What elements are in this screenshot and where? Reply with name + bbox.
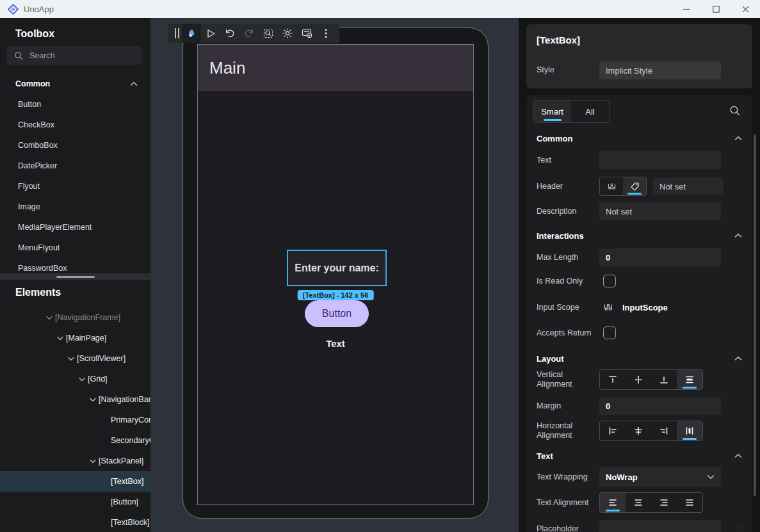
property-label: Horizontal Alignment: [537, 421, 599, 440]
chevron-up-icon[interactable]: [734, 356, 742, 361]
tree-item-navigationframe[interactable]: [NavigationFrame]: [0, 307, 150, 328]
toolbox-item-image[interactable]: Image: [0, 197, 150, 217]
max-length-field[interactable]: 0: [599, 248, 721, 266]
text-align-right-button[interactable]: [651, 493, 677, 512]
toolbox-item-flyout[interactable]: Flyout: [0, 176, 150, 197]
canvas-textblock[interactable]: Text: [198, 338, 473, 349]
valign-center-button[interactable]: [626, 370, 651, 389]
margin-field[interactable]: 0: [599, 397, 721, 415]
property-row-horizontal-alignment: Horizontal Alignment: [526, 420, 752, 442]
literal-value-tag-icon[interactable]: [623, 177, 646, 195]
play-icon[interactable]: [201, 24, 220, 43]
chevron-down-icon[interactable]: [87, 459, 99, 463]
section-interactions[interactable]: Interactions: [526, 229, 752, 242]
tab-smart[interactable]: Smart: [533, 101, 571, 122]
property-label: Input Scope: [537, 303, 599, 312]
text-value-field[interactable]: [599, 151, 721, 169]
properties-scrollbar[interactable]: [754, 134, 756, 496]
search-input[interactable]: [29, 51, 125, 60]
redo-icon[interactable]: [239, 24, 259, 43]
splitter-handle[interactable]: [56, 276, 95, 278]
is-read-only-checkbox[interactable]: [603, 275, 616, 287]
accepts-return-checkbox[interactable]: [603, 326, 616, 339]
valign-bottom-button[interactable]: [651, 370, 677, 389]
halign-left-button[interactable]: [600, 421, 626, 440]
hot-design-flame-icon[interactable]: [182, 24, 201, 43]
halign-right-button[interactable]: [651, 421, 677, 440]
tree-label: [MainPage]: [66, 334, 106, 343]
minimize-button[interactable]: [672, 0, 701, 18]
property-row-header: Header Not set: [526, 177, 752, 196]
chevron-up-icon[interactable]: [734, 233, 742, 238]
placeholder-field[interactable]: [599, 520, 721, 532]
device-frame: Main Enter your name: [TextBox] - 142 x …: [182, 28, 489, 519]
header-value-field[interactable]: Not set: [653, 177, 724, 195]
tree-item-secondarycommands[interactable]: SecondaryCommands: [0, 430, 150, 451]
theme-sun-icon[interactable]: [278, 24, 297, 43]
close-button[interactable]: [731, 0, 760, 18]
tree-item-button[interactable]: [Button]: [0, 492, 150, 512]
tree-label: [TextBlock]: [111, 518, 149, 527]
chevron-down-icon[interactable]: [87, 398, 99, 402]
style-value-field[interactable]: Implicit Style: [599, 61, 721, 79]
section-title: Interactions: [537, 231, 734, 241]
chevron-down-icon[interactable]: [54, 336, 66, 341]
tree-item-primarycommands[interactable]: PrimaryCommands: [0, 410, 150, 430]
property-row-vertical-alignment: Vertical Alignment: [526, 369, 752, 391]
text-wrapping-dropdown[interactable]: NoWrap: [599, 467, 721, 487]
text-align-left-button[interactable]: [600, 493, 626, 512]
valign-top-button[interactable]: [600, 370, 626, 389]
chevron-down-icon[interactable]: [44, 316, 55, 320]
form-factor-icon[interactable]: [297, 24, 316, 43]
section-text[interactable]: Text: [526, 449, 752, 462]
maximize-button[interactable]: [701, 0, 731, 18]
chevron-up-icon: [130, 81, 138, 86]
toolbox-section-common[interactable]: Common: [0, 77, 150, 91]
toolbox-item-combobox[interactable]: ComboBox: [0, 135, 150, 156]
text-align-justify-button[interactable]: [677, 493, 702, 512]
panel-splitter[interactable]: [0, 273, 150, 280]
toolbar-drag-handle-icon[interactable]: [172, 24, 182, 43]
more-options-kebab-icon[interactable]: [316, 24, 336, 43]
item-label: ComboBox: [18, 141, 58, 150]
chevron-up-icon[interactable]: [734, 453, 742, 458]
halign-stretch-button[interactable]: [677, 421, 702, 440]
device-screen[interactable]: Main Enter your name: [TextBox] - 142 x …: [197, 44, 474, 505]
property-label: Header: [537, 182, 599, 191]
canvas-button[interactable]: Button: [305, 300, 369, 327]
tree-item-navigationbar[interactable]: [NavigationBar]: [0, 389, 150, 410]
valign-stretch-button[interactable]: [677, 370, 702, 389]
chevron-down-icon[interactable]: [65, 357, 77, 361]
tree-item-textbox[interactable]: [TextBox]: [0, 471, 150, 492]
section-layout[interactable]: Layout: [526, 352, 752, 365]
zoom-select-icon[interactable]: [259, 24, 278, 43]
tree-label: [Button]: [111, 497, 138, 506]
properties-panel: [TextBox] Style Implicit Style Smart All…: [519, 18, 760, 532]
halign-center-button[interactable]: [626, 421, 651, 440]
tree-item-grid[interactable]: [Grid]: [0, 369, 150, 389]
tab-all[interactable]: All: [571, 101, 609, 122]
description-value-field[interactable]: Not set: [599, 202, 721, 220]
section-common[interactable]: Common: [526, 132, 752, 145]
tree-label: PrimaryCommands: [111, 415, 150, 424]
tree-item-scrollviewer[interactable]: [ScrollViewer]: [0, 348, 150, 369]
toolbox-item-menuflyout[interactable]: MenuFlyout: [0, 238, 150, 258]
properties-search-icon[interactable]: [729, 105, 741, 117]
toolbox-item-datepicker[interactable]: DatePicker: [0, 156, 150, 176]
tree-item-mainpage[interactable]: [MainPage]: [0, 328, 150, 348]
text-align-center-button[interactable]: [626, 493, 651, 512]
chevron-down-icon[interactable]: [76, 377, 88, 382]
toolbox-item-mediaplayerelement[interactable]: MediaPlayerElement: [0, 217, 150, 238]
uno-logo-icon: [8, 4, 19, 15]
toolbox-item-checkbox[interactable]: CheckBox: [0, 115, 150, 135]
canvas-textbox-selected[interactable]: Enter your name:: [287, 250, 387, 286]
toolbox-search[interactable]: [6, 46, 141, 65]
undo-icon[interactable]: [220, 24, 239, 43]
toolbox-item-button[interactable]: Button: [0, 94, 150, 115]
binding-mode-icon[interactable]: [603, 302, 613, 312]
chevron-up-icon[interactable]: [734, 136, 742, 141]
input-scope-value[interactable]: InputScope: [622, 303, 668, 312]
tree-item-textblock[interactable]: [TextBlock]: [0, 512, 150, 532]
tree-item-stackpanel[interactable]: [StackPanel]: [0, 451, 150, 471]
binding-mode-icon[interactable]: [600, 177, 623, 195]
